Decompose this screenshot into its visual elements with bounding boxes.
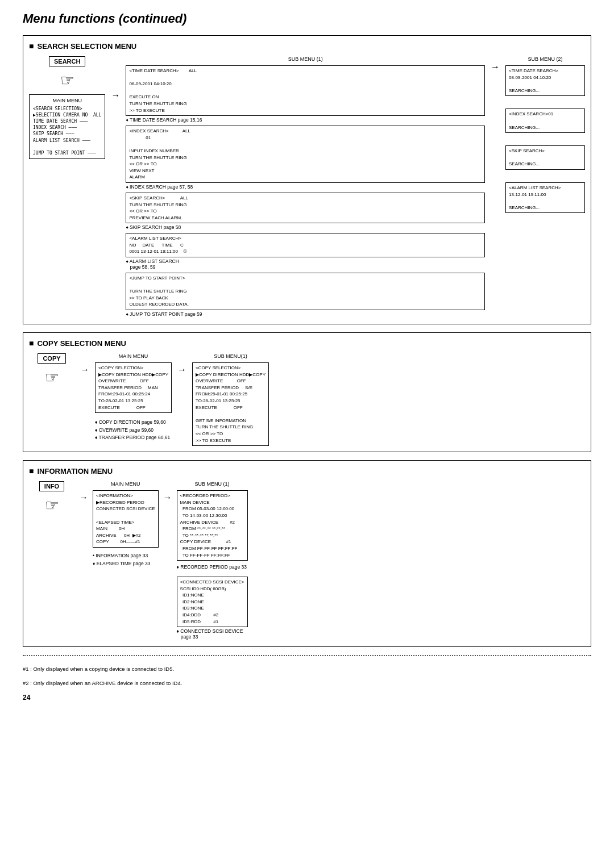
copy-note-1: ♦ OVERWRITE page 59,60 xyxy=(95,427,172,435)
info-hand-icon: ☞ xyxy=(45,496,59,515)
info-note-1: ♦ ELAPSED TIME page 33 xyxy=(93,560,159,568)
copy-note-0: ♦ COPY DIRECTION page 59,60 xyxy=(95,419,172,427)
info-section: INFORMATION MENU INFO ☞ → MAIN MENU <INF… xyxy=(23,460,591,647)
note-time-date: ♦ TIME DATE SEARCH page 15,16 xyxy=(126,117,485,123)
copy-label: COPY xyxy=(38,353,65,364)
search-sub2-skip: <SKIP SEARCH> SEARCHING... xyxy=(505,145,585,170)
search-sub2-index: <INDEX SEARCH>01 SEARCHING... xyxy=(505,108,585,133)
copy-section: COPY SELECTION MENU COPY ☞ → MAIN MENU <… xyxy=(23,332,591,452)
page-number: 24 xyxy=(23,694,591,702)
search-row-1: <TIME DATE SEARCH> ALL 06-09-2001 04:10:… xyxy=(126,65,485,124)
search-row-5: <JUMP TO START POINT> TURN THE SHUTTLE R… xyxy=(126,273,485,318)
copy-submenu1: <COPY SELECTION> ▶COPY DIRECTION HDD▶COP… xyxy=(192,362,269,446)
search-label: SEARCH xyxy=(49,56,85,66)
info-left-panel: INFO ☞ xyxy=(29,481,74,517)
info-main-menu: <INFORMATION> ▶RECORDED PERIOD CONNECTED… xyxy=(93,490,159,548)
search-sub2-alarm: <ALARM LIST SEARCH> 13-12-01 19:11:00 SE… xyxy=(505,182,585,213)
info-arrow1: → xyxy=(79,493,88,503)
search-row-3: <SKIP SEARCH> ALL TURN THE SHUTTLE RING … xyxy=(126,193,485,231)
copy-main-menu: <COPY SELECTION> ▶COPY DIRECTION HDD▶COP… xyxy=(95,362,172,413)
info-submenu1-col: SUB MENU (1) <RECORDED PERIOD> MAIN DEVI… xyxy=(177,481,248,641)
info-submenu2-note: ♦ CONNECTED SCSI DEVICE page 33 xyxy=(177,628,248,640)
bottom-note1: #1 : Only displayed when a copying devic… xyxy=(23,664,591,674)
copy-main-menu-col: MAIN MENU <COPY SELECTION> ▶COPY DIRECTI… xyxy=(95,353,172,442)
search-sub1-jump: <JUMP TO START POINT> TURN THE SHUTTLE R… xyxy=(126,273,485,310)
note-skip: ♦ SKIP SEARCH page 58 xyxy=(126,224,485,230)
info-submenu1-note: ♦ RECORDED PERIOD page 33 xyxy=(177,564,248,570)
info-submenu2: <CONNECTED SCSI DEVICE> SCSI ID0:HDD( 60… xyxy=(177,577,248,627)
search-row-2: <INDEX SEARCH> ALL 01 INPUT INDEX NUMBER… xyxy=(126,126,485,191)
note-jump: ♦ JUMP TO START POINT page 59 xyxy=(126,311,485,317)
copy-submenu1-title: SUB MENU(1) xyxy=(192,353,269,359)
info-submenu2-spacer: <CONNECTED SCSI DEVICE> SCSI ID0:HDD( 60… xyxy=(177,577,248,641)
search-section: SEARCH SELECTION MENU SEARCH ☞ MAIN MENU… xyxy=(23,35,591,324)
copy-hand-icon: ☞ xyxy=(45,368,59,387)
info-section-header: INFORMATION MENU xyxy=(29,466,585,475)
copy-submenu1-col: SUB MENU(1) <COPY SELECTION> ▶COPY DIREC… xyxy=(192,353,269,446)
submenu2-title: SUB MENU (2) xyxy=(505,56,585,62)
page-title: Menu functions (continued) xyxy=(23,11,591,26)
search-sub1-alarm: <ALARM LIST SEARCH> NO DATE TIME C 0001 … xyxy=(126,233,485,257)
copy-left-panel: COPY ☞ xyxy=(29,353,74,389)
search-sub1-index: <INDEX SEARCH> ALL 01 INPUT INDEX NUMBER… xyxy=(126,126,485,183)
arrow-to-submenu1: → xyxy=(111,90,120,101)
bottom-note2: #2 : Only displayed when an ARCHIVE devi… xyxy=(23,678,591,688)
arrow-to-submenu2: → xyxy=(491,62,500,72)
search-sub2-time: <TIME DATE SEARCH> 08-09-2001 04:10:20 S… xyxy=(505,65,585,96)
copy-main-menu-title: MAIN MENU xyxy=(95,353,172,359)
info-notes: • INFORMATION page 33 ♦ ELAPSED TIME pag… xyxy=(93,552,159,567)
search-section-header: SEARCH SELECTION MENU xyxy=(29,41,585,51)
copy-arrow2: → xyxy=(177,365,186,375)
bottom-notes: #1 : Only displayed when a copying devic… xyxy=(23,655,591,688)
search-row-4: <ALARM LIST SEARCH> NO DATE TIME C 0001 … xyxy=(126,233,485,271)
submenu1-title: SUB MENU (1) xyxy=(126,56,485,62)
copy-arrow1: → xyxy=(80,365,89,375)
info-arrow2: → xyxy=(163,493,172,503)
info-main-menu-col: MAIN MENU <INFORMATION> ▶RECORDED PERIOD… xyxy=(93,481,159,567)
note-alarm: ♦ ALARM LIST SEARCH page 58, 59 xyxy=(126,258,485,270)
search-hand-icon: ☞ xyxy=(60,71,74,90)
copy-notes: ♦ COPY DIRECTION page 59,60 ♦ OVERWRITE … xyxy=(95,419,172,442)
copy-section-header: COPY SELECTION MENU xyxy=(29,339,585,348)
info-main-menu-title: MAIN MENU xyxy=(93,481,159,487)
search-submenu2-col: SUB MENU (2) <TIME DATE SEARCH> 08-09-20… xyxy=(505,56,585,213)
info-label: INFO xyxy=(39,481,64,491)
search-main-menu: MAIN MENU <SEARCH SELECTION> ▶SELECTION … xyxy=(29,94,105,159)
info-submenu1: <RECORDED PERIOD> MAIN DEVICE FROM 05-03… xyxy=(177,490,248,561)
info-note-0: • INFORMATION page 33 xyxy=(93,552,159,560)
note-index: ♦ INDEX SEARCH page 57, 58 xyxy=(126,184,485,190)
search-sub1-skip: <SKIP SEARCH> ALL TURN THE SHUTTLE RING … xyxy=(126,193,485,223)
info-submenu1-title: SUB MENU (1) xyxy=(177,481,248,487)
search-left-panel: SEARCH ☞ MAIN MENU <SEARCH SELECTION> ▶S… xyxy=(29,56,105,159)
search-sub1-time: <TIME DATE SEARCH> ALL 06-09-2001 04:10:… xyxy=(126,65,485,116)
search-submenu1-col: SUB MENU (1) <TIME DATE SEARCH> ALL 06-0… xyxy=(126,56,485,318)
copy-note-2: ♦ TRANSFER PERIOD page 60,61 xyxy=(95,434,172,442)
